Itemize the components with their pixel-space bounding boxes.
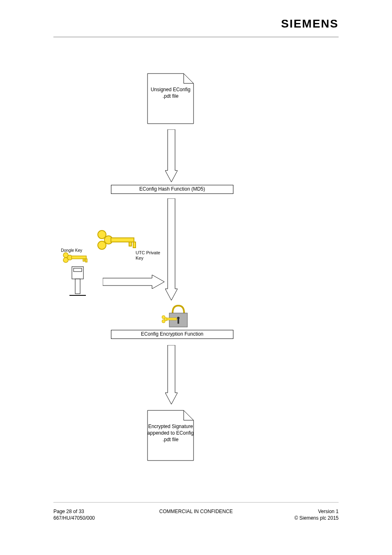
svg-point-26 [177, 317, 180, 319]
svg-rect-17 [75, 279, 80, 294]
footer-version: Version 1 [318, 509, 339, 514]
arrow-down-icon [165, 198, 178, 302]
logo-text: SIEMENS [281, 17, 339, 30]
signing-flow-diagram: Unsigned EConfig .pdt file EConfig Hash … [53, 72, 339, 483]
signed-file-label: Encrypted Signature appended to EConfig … [146, 423, 195, 443]
dongle-key-icon [62, 251, 90, 265]
footer-copyright: © Siemens plc 2015 [294, 515, 339, 521]
arrow-down-icon [165, 345, 178, 404]
svg-marker-2 [165, 198, 178, 300]
unsigned-file-label: Unsigned EConfig .pdt file [146, 86, 195, 99]
svg-rect-12 [71, 256, 86, 259]
arrow-right-icon [103, 275, 164, 290]
hash-step-box: EConfig Hash Function (MD5) [111, 185, 233, 194]
svg-rect-8 [133, 242, 136, 248]
svg-rect-14 [85, 259, 87, 262]
document-icon: Encrypted Signature appended to EConfig … [146, 409, 195, 462]
document-icon: Unsigned EConfig .pdt file [146, 72, 195, 125]
footer-confidentiality: COMMERCIAL IN CONFIDENCE [159, 509, 233, 514]
svg-rect-13 [83, 259, 85, 261]
svg-rect-24 [167, 318, 177, 320]
private-key-icon [94, 229, 139, 254]
padlock-icon [160, 304, 189, 331]
svg-marker-1 [165, 129, 178, 182]
footer-rule [53, 502, 339, 503]
private-key-label: UTC Private Key [136, 250, 160, 261]
computer-icon [68, 266, 88, 298]
svg-rect-7 [129, 242, 131, 246]
key-group: UTC Private Key Dongle Key [53, 229, 160, 336]
svg-marker-19 [103, 275, 164, 289]
header-rule [53, 36, 339, 38]
footer-doc-id: 667/HU/47050/000 [53, 515, 95, 521]
svg-marker-27 [165, 345, 178, 404]
svg-rect-16 [74, 268, 82, 272]
footer-page-number: Page 28 of 33 [53, 509, 84, 514]
arrow-down-icon [165, 129, 178, 182]
svg-rect-6 [111, 238, 134, 242]
encrypt-step-box: EConfig Encryption Function [111, 330, 233, 339]
